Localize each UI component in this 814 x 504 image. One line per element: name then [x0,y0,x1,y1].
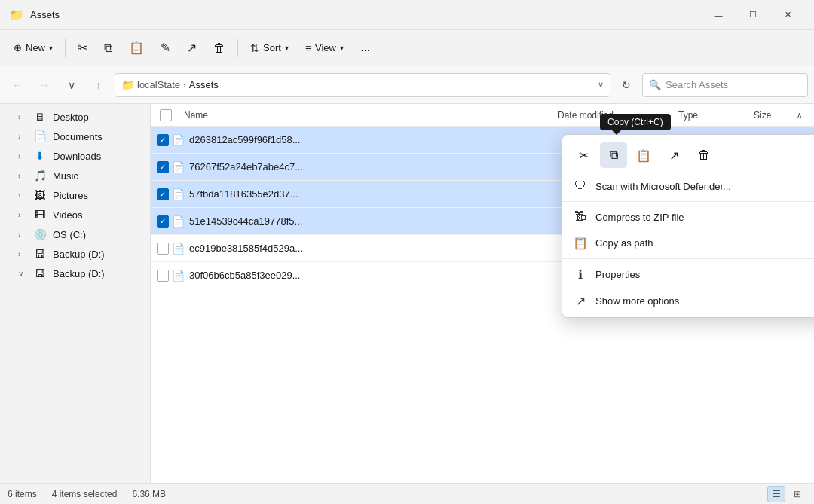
ctx-separator [562,201,814,202]
sidebar-item-desktop[interactable]: › 🖥 Desktop [3,107,147,127]
ctx-paste-button[interactable]: 📋 [630,142,657,168]
sidebar-label-pictures: Pictures [53,190,88,201]
delete-icon: 🗑 [213,41,225,55]
path-separator-icon: › [183,81,186,90]
backup-d-1-icon: 🖫 [33,248,47,260]
view-label: View [315,42,336,53]
back-button[interactable]: ← [6,74,29,96]
minimize-button[interactable]: — [701,3,736,27]
row-checkbox[interactable]: ✓ [157,188,169,200]
content-area: Name Date modified Type Size ∧ ✓ 📄 d2638… [151,104,814,483]
copy-path-icon: 📋 [573,236,588,250]
more-options-icon: ↗ [573,294,588,308]
expand-button[interactable]: ∨ [60,74,83,96]
address-path[interactable]: 📁 localState › Assets ∨ [115,73,610,97]
selected-items: 4 items selected [52,489,118,499]
type-column-label: Type [678,110,698,121]
scan-icon: 🛡 [573,179,588,193]
copy-button[interactable]: ⧉ [96,37,120,60]
new-chevron-icon: ▾ [49,44,53,52]
view-button[interactable]: ≡ View ▾ [298,38,351,59]
grid-view-button[interactable]: ⊞ [788,486,806,502]
refresh-button[interactable]: ↻ [615,74,638,96]
more-button[interactable]: … [353,38,378,58]
col-header-checkbox[interactable] [157,104,178,126]
toolbar: ⊕ New ▾ ✂ ⧉ 📋 ✎ ↗ 🗑 ⇅ Sort ▾ ≡ View ▾ … [0,30,814,66]
sidebar-label-backup-d-2: Backup (D:) [53,268,105,279]
rename-button[interactable]: ✎ [153,36,178,60]
properties-icon: ℹ [573,267,588,282]
expand-icon: › [18,231,27,239]
sidebar-label-music: Music [53,170,78,182]
file-name: ec919be381585f4d529a... [189,243,552,254]
ctx-properties-item[interactable]: ℹ Properties Alt+Enter [562,261,814,288]
row-checkbox[interactable]: ✓ [157,161,169,173]
file-name: 51e14539c44ca19778f5... [189,215,552,227]
row-checkbox[interactable] [157,270,169,282]
selected-size: 6.36 MB [132,489,166,499]
ctx-properties-label: Properties [595,269,814,280]
sort-button[interactable]: ⇅ Sort ▾ [243,38,296,59]
music-icon: 🎵 [33,170,47,182]
sidebar-item-pictures[interactable]: › 🖼 Pictures [3,185,147,205]
select-all-checkbox[interactable] [160,109,172,121]
share-button[interactable]: ↗ [179,36,204,60]
col-header-name[interactable]: Name [178,104,552,126]
os-c-icon: 💿 [33,228,47,240]
list-view-button[interactable]: ☰ [767,486,785,502]
address-dropdown-icon: ∨ [598,80,604,90]
expand-icon: › [18,211,27,219]
ctx-cut-button[interactable]: ✂ [570,142,597,168]
rename-icon: ✎ [161,41,170,55]
sidebar-item-backup-d-1[interactable]: › 🖫 Backup (D:) [3,244,147,264]
ctx-compress-item[interactable]: 🗜 Compress to ZIP file [562,204,814,230]
sidebar-item-music[interactable]: › 🎵 Music [3,166,147,185]
ctx-separator-2 [562,258,814,259]
paste-button[interactable]: 📋 [121,36,151,60]
search-icon: 🔍 [649,79,661,90]
ctx-more-options-label: Show more options [595,295,814,307]
sidebar-item-backup-d-2[interactable]: ∨ 🖫 Backup (D:) [3,264,147,283]
address-bar: ← → ∨ ↑ 📁 localState › Assets ∨ ↻ 🔍 Sear… [0,66,814,104]
cut-icon: ✂ [78,41,87,55]
col-header-type[interactable]: Type [672,104,748,126]
delete-button[interactable]: 🗑 [206,37,233,60]
ctx-compress-label: Compress to ZIP file [595,212,814,223]
copy-tooltip: Copy (Ctrl+C) [600,114,671,130]
toolbar-separator-1 [65,39,66,57]
cut-button[interactable]: ✂ [70,36,95,60]
ctx-scan-item[interactable]: 🛡 Scan with Microsoft Defender... [562,173,814,199]
new-button[interactable]: ⊕ New ▾ [6,38,60,58]
folder-icon: 📁 [121,79,134,91]
view-icon: ≡ [305,42,311,54]
sidebar-item-videos[interactable]: › 🎞 Videos [3,205,147,225]
up-button[interactable]: ↑ [87,74,110,96]
sort-label: Sort [263,42,281,53]
row-checkbox[interactable]: ✓ [157,215,169,228]
file-icon: 📄 [172,270,185,282]
row-checkbox[interactable]: ✓ [157,134,169,146]
ctx-delete-button[interactable]: 🗑 [690,142,718,168]
ctx-share-button[interactable]: ↗ [660,142,687,168]
more-icon: … [360,42,370,53]
maximize-button[interactable]: ☐ [736,3,770,27]
sidebar-item-downloads[interactable]: › ⬇ Downloads [3,146,147,166]
paste-icon: 📋 [129,41,144,55]
close-button[interactable]: ✕ [770,3,805,27]
compress-icon: 🗜 [573,210,588,224]
ctx-more-options-item[interactable]: ↗ Show more options Shift+F10 [562,288,814,314]
sidebar-label-os-c: OS (C:) [53,229,86,240]
sidebar-item-os-c[interactable]: › 💿 OS (C:) [3,225,147,244]
file-name: 76267f52a24eb7abe4c7... [189,161,552,173]
col-header-size[interactable]: Size ∧ [748,104,808,126]
ctx-copy-path-item[interactable]: 📋 Copy as path [562,230,814,256]
sidebar-item-documents[interactable]: › 📄 Documents [3,127,147,146]
share-icon: ↗ [187,41,197,55]
file-icon: 📄 [172,215,185,228]
forward-button[interactable]: → [33,74,56,96]
search-box[interactable]: 🔍 Search Assets [642,73,808,97]
row-checkbox[interactable] [157,243,169,255]
sidebar-label-videos: Videos [53,209,83,221]
status-bar: 6 items 4 items selected 6.36 MB ☰ ⊞ [0,483,814,504]
ctx-copy-button[interactable]: ⧉ [600,142,627,168]
